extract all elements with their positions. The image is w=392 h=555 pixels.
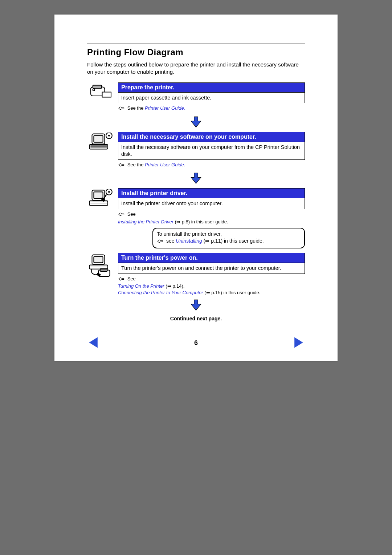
computer-disc-icon: [87, 132, 114, 153]
step-body: Turn the printer's power on and connect …: [118, 263, 305, 274]
svg-point-7: [109, 135, 110, 136]
step-body: Install the necessary software on your c…: [118, 142, 305, 160]
tip-line1: To uninstall the printer driver,: [157, 231, 301, 238]
uninstall-tip-box: To uninstall the printer driver, see Uni…: [152, 228, 305, 248]
svg-rect-4: [94, 135, 103, 142]
pointing-hand-icon: [118, 212, 124, 219]
page-title: Printing Flow Diagram: [87, 47, 305, 57]
step-prepare-printer: Prepare the printer. Insert paper casset…: [87, 82, 305, 113]
step-body: Insert paper cassette and ink cassette.: [118, 92, 305, 104]
see-text: See: [127, 276, 136, 281]
see-link[interactable]: Printer User Guide.: [145, 162, 185, 167]
tip-see: see: [166, 238, 176, 244]
see-tail: in this user guide.: [223, 290, 260, 295]
page-ref: (➡ p.11): [204, 238, 222, 244]
sep: ,: [183, 283, 185, 289]
page-footer: 6: [87, 336, 305, 350]
see-link-connecting-printer[interactable]: Connecting the Printer to Your Computer: [118, 290, 203, 295]
step-body: Install the printer driver onto your com…: [118, 198, 305, 209]
pointing-hand-icon: [157, 239, 163, 246]
see-text: See the: [127, 105, 145, 111]
see-text: See the: [127, 162, 145, 167]
see-text: See: [127, 211, 136, 217]
pointing-hand-icon: [118, 106, 124, 113]
step-install-driver: Install the printer driver. Install the …: [87, 188, 305, 225]
svg-rect-5: [89, 145, 107, 149]
continued-next-page: Continued next page.: [87, 316, 305, 321]
page-ref: (➡ p.8): [175, 219, 190, 224]
step-header: Turn the printer's power on.: [118, 253, 305, 263]
printer-icon: [87, 82, 114, 101]
step-header: Prepare the printer.: [118, 82, 305, 92]
svg-point-2: [93, 89, 95, 91]
svg-point-6: [106, 133, 112, 139]
title-rule: [87, 44, 305, 44]
tip-tail: in this user guide.: [224, 238, 264, 244]
svg-point-11: [106, 189, 112, 195]
see-link-turning-on[interactable]: Turning On the Printer: [118, 283, 164, 289]
page-ref: (➡ p.15): [204, 290, 222, 295]
pointing-hand-icon: [118, 162, 124, 169]
down-arrow-icon: [87, 299, 305, 312]
see-link[interactable]: Printer User Guide.: [145, 105, 185, 111]
pointing-hand-icon: [118, 276, 124, 283]
down-arrow-icon: [87, 172, 305, 185]
svg-point-12: [109, 191, 110, 193]
see-link-uninstalling[interactable]: Uninstalling: [176, 238, 202, 244]
step-header: Install the printer driver.: [118, 188, 305, 198]
step-power-on: Turn the printer's power on. Turn the pr…: [87, 253, 305, 296]
step-install-software: Install the necessary software on your c…: [87, 132, 305, 169]
next-page-button[interactable]: [292, 336, 305, 350]
computer-printer-icon: [87, 253, 114, 278]
svg-rect-14: [94, 256, 103, 263]
see-link-installing-driver[interactable]: Installing the Printer Driver: [118, 219, 173, 224]
page-ref: (➡ p.14): [166, 283, 183, 289]
computer-disc-icon: [87, 188, 114, 209]
step-header: Install the necessary software on your c…: [118, 132, 305, 142]
intro-paragraph: Follow the steps outlined below to prepa…: [87, 61, 305, 76]
prev-page-button[interactable]: [87, 336, 100, 350]
page-number: 6: [194, 339, 198, 347]
svg-rect-9: [94, 192, 103, 199]
svg-rect-10: [89, 201, 107, 206]
see-tail: in this user guide.: [191, 219, 228, 224]
down-arrow-icon: [87, 116, 305, 129]
document-page: Printing Flow Diagram Follow the steps o…: [54, 15, 338, 361]
